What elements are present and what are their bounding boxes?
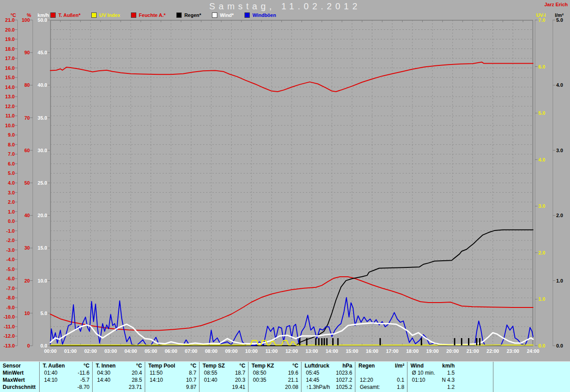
svg-text:-8.0: -8.0 [6,295,15,300]
svg-text:18:00: 18:00 [406,348,419,354]
cell-value: 1025.2 [336,384,355,391]
table-column-t-innen: T. Innen°C04:3020.414:4028.523.71 [92,362,145,392]
cell-time: 04:30 [93,369,110,376]
table-cell-row: 14:10-5.7 [40,376,92,384]
svg-text:16:00: 16:00 [366,348,379,354]
cell-value: 9.87 [186,384,199,391]
svg-text:09:00: 09:00 [225,348,237,354]
cell-value: 20.4 [132,369,145,376]
svg-text:19:00: 19:00 [426,348,439,354]
cell-time: 12:20 [355,376,373,384]
svg-text:08:00: 08:00 [205,348,217,354]
svg-text:17:00: 17:00 [386,348,399,354]
cell-time: Ø 10 min. [407,369,435,376]
table-cell-row: 08:5019.6 [248,369,301,376]
table-cell-row: 14:451027.2 [301,376,355,384]
cell-time [407,384,412,391]
svg-text:70: 70 [24,115,30,121]
svg-text:15.0: 15.0 [5,75,15,80]
svg-text:24:00: 24:00 [527,348,539,354]
table-cell-row [355,369,407,376]
svg-text:1.0: 1.0 [8,209,15,214]
svg-text:10:00: 10:00 [245,348,258,354]
sensor-name: Temp SZ [200,362,225,369]
svg-text:-1.0: -1.0 [6,228,15,234]
sensor-unit: °C [191,362,199,369]
svg-text:02:00: 02:00 [84,348,97,354]
svg-text:22:00: 22:00 [487,348,499,354]
cell-time: 14:10 [145,376,163,384]
svg-text:80: 80 [24,82,30,88]
svg-text:-12.0: -12.0 [4,333,15,339]
svg-text:60: 60 [24,148,30,153]
svg-text:-4.0: -4.0 [6,257,15,262]
cell-value: 20.08 [285,384,301,391]
cell-time: 08:55 [200,369,217,376]
svg-text:14:00: 14:00 [326,348,338,354]
svg-text:25.0: 25.0 [38,180,47,186]
cell-value: 21.1 [288,376,301,384]
svg-text:13:00: 13:00 [305,348,318,354]
svg-text:12.0: 12.0 [5,104,15,109]
svg-text:2.0: 2.0 [8,199,15,205]
column-header: T. Außen°C [40,362,92,369]
weather-station-screen: Samstag, 11.02.2012 Jarz Erich °C % km/h… [0,0,570,392]
cell-time: 00:35 [248,376,266,384]
svg-text:-10.0: -10.0 [4,314,15,319]
column-header: T. Innen°C [93,362,145,369]
table-cell-row: 05:451023.6 [301,369,355,376]
cell-value: -11.6 [78,369,92,376]
sensor-unit: °C [240,362,248,369]
svg-text:0: 0 [27,343,30,348]
svg-text:03:00: 03:00 [104,348,117,354]
svg-text:50: 50 [24,180,30,186]
svg-text:-5.0: -5.0 [6,267,15,272]
table-cell-row: 23.71 [93,384,145,391]
sensor-unit: °C [84,362,92,369]
svg-text:5.0: 5.0 [8,170,15,176]
row-header: MinWert [0,369,39,376]
cell-value: 20.3 [235,376,248,384]
svg-text:00:00: 00:00 [44,348,57,354]
svg-text:1.0: 1.0 [538,296,545,302]
svg-text:9.0: 9.0 [8,132,15,137]
cell-time [355,369,360,376]
svg-text:17.0: 17.0 [5,56,15,61]
sensor-name: T. Außen [40,362,65,369]
cell-value: 19.41 [232,384,248,391]
column-header: Regenl/m² [355,362,407,369]
svg-text:20.0: 20.0 [38,213,47,218]
sensor-name: T. Innen [93,362,116,369]
cell-time [248,384,253,391]
cell-value: 19.6 [288,369,301,376]
series-regen [50,230,533,346]
svg-text:-2.0: -2.0 [6,238,15,243]
cell-time: 14:40 [93,376,110,384]
sensor-unit: hPa [342,362,355,369]
svg-text:3.0: 3.0 [556,148,563,153]
svg-text:7.0: 7.0 [8,151,15,157]
x-axis-labels: 00:0001:0002:0003:0004:0005:0006:0007:00… [44,348,539,354]
cell-time: 01:40 [200,376,217,384]
table-cell-row: 01:40-11.6 [40,369,92,376]
svg-text:4.0: 4.0 [538,157,545,162]
sensor-name: Temp KZ [248,362,274,369]
cell-time: Gesamt: [355,384,380,391]
svg-text:100: 100 [22,17,30,23]
svg-text:21:00: 21:00 [466,348,479,354]
table-cell-row: 11:508.7 [145,369,199,376]
svg-text:1.0: 1.0 [556,278,563,283]
svg-text:04:00: 04:00 [125,348,137,354]
table-cell-row: Ø 10 min.1.5 [407,369,493,376]
column-header: LuftdruckhPa [301,362,355,369]
svg-text:7.0: 7.0 [538,17,545,23]
weather-chart: 21.020.019.018.017.016.015.014.013.012.0… [0,0,570,360]
svg-text:15.0: 15.0 [38,245,47,251]
svg-text:30: 30 [24,245,30,251]
y-axis-labels: 21.020.019.018.017.016.015.014.013.012.0… [4,17,563,348]
table-column-t-au-en: T. Außen°C01:40-11.614:10-5.7-8.70 [39,362,92,392]
svg-text:12:00: 12:00 [285,348,298,354]
svg-text:3.0: 3.0 [538,203,545,209]
table-column-regen: Regenl/m²12:200.1Gesamt:1.8 [355,362,407,392]
table-column-temp-kz: Temp KZ°C08:5019.600:3521.120.08 [248,362,301,392]
